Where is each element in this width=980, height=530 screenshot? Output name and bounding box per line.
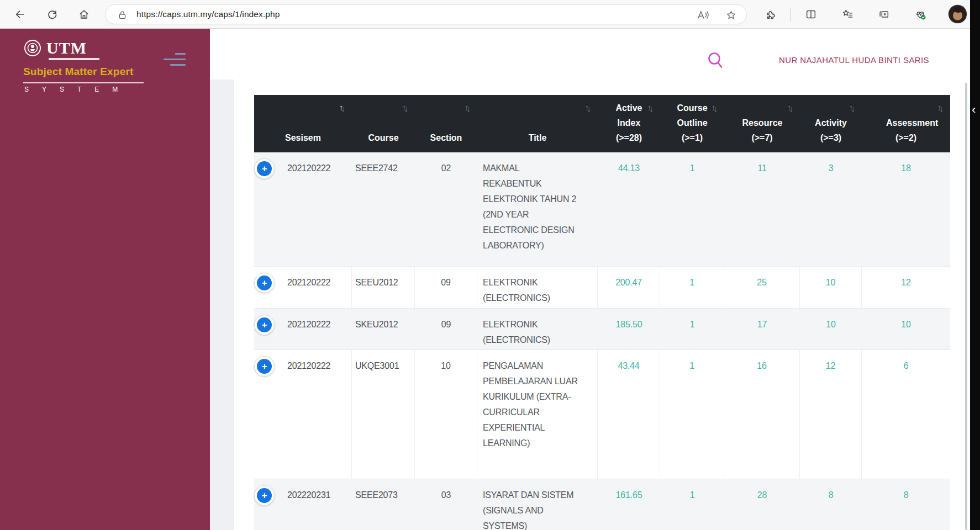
brand-system-word: SYSTEM <box>23 86 161 93</box>
column-header[interactable]: ↑↓ Section <box>415 95 477 152</box>
sort-icon[interactable]: ↑↓ <box>465 103 471 112</box>
cell-course: SKEU2012 <box>352 309 415 349</box>
table-header-row: ↑↓ Sesisem ↑↓ Course ↑↓ Section ↑↓ Title… <box>254 95 950 152</box>
cell-title: ELEKTRONIK (ELECTRONICS) <box>477 309 598 349</box>
cell-course-outline: 1 <box>660 479 724 530</box>
expand-row-button[interactable]: + <box>254 273 275 293</box>
column-header[interactable]: ↑↓ Title <box>477 95 598 152</box>
column-header-label: Course <box>368 130 398 145</box>
cell-active-index: 185.50 <box>598 309 660 349</box>
column-header[interactable]: ↑↓ Course Outline (>=1) <box>660 95 724 152</box>
menu-toggle[interactable] <box>164 52 186 68</box>
cell-section: 10 <box>415 350 477 479</box>
cell-resource: 25 <box>724 267 800 308</box>
sort-icon[interactable]: ↑↓ <box>712 103 718 112</box>
cell-assessment: 12 <box>862 267 950 308</box>
cell-course: SEEU2012 <box>352 267 415 308</box>
favorites-icon <box>841 8 854 20</box>
table-body: 202120222+ SEEE2742 02 MAKMAL REKABENTUK… <box>254 152 950 530</box>
sort-icon[interactable]: ↑↓ <box>339 103 345 112</box>
logo-divider <box>23 82 144 83</box>
column-header-label: Assessment (>=2) <box>886 115 926 145</box>
cell-assessment: 6 <box>862 350 950 479</box>
brand-text: UTM <box>46 39 87 57</box>
app-header: NUR NAJAHATUL HUDA BINTI SARIS <box>210 29 970 80</box>
content-card: ↑↓ Sesisem ↑↓ Course ↑↓ Section ↑↓ Title… <box>234 80 970 530</box>
url-text[interactable]: https://caps.utm.my/caps/1/index.php <box>136 9 280 19</box>
cell-section: 02 <box>415 152 477 266</box>
table-row: 202120222+ SEEE2742 02 MAKMAL REKABENTUK… <box>254 152 950 266</box>
browser-essentials-button[interactable] <box>911 6 929 23</box>
cell-active-index: 44.13 <box>598 152 660 266</box>
sort-icon[interactable]: ↑↓ <box>647 103 654 112</box>
expand-row-button[interactable]: + <box>254 158 275 179</box>
page-scrollbar[interactable] <box>965 83 967 530</box>
sort-icon[interactable]: ↑↓ <box>787 103 793 112</box>
split-screen-button[interactable] <box>802 6 820 23</box>
cell-section: 09 <box>415 309 477 349</box>
column-header[interactable]: ↑↓ Course <box>352 95 415 152</box>
table-row: 202120222+ SKEU2012 09 ELEKTRONIK (ELECT… <box>254 308 950 349</box>
cell-section: 03 <box>415 479 477 530</box>
column-header-label: Active Index (>=28) <box>609 100 649 145</box>
plus-icon: + <box>257 161 272 176</box>
read-aloud-icon <box>697 9 710 20</box>
column-header[interactable]: ↑↓ Active Index (>=28) <box>598 95 660 152</box>
expand-row-button[interactable]: + <box>254 356 275 377</box>
cell-assessment: 8 <box>862 479 950 530</box>
column-header[interactable]: ↑↓ Activity (>=3) <box>800 95 862 152</box>
extensions-button[interactable] <box>762 6 780 23</box>
refresh-button[interactable] <box>43 6 61 23</box>
cell-course: SEEE2073 <box>352 479 415 530</box>
cell-sesisem: 202120222+ <box>254 152 352 266</box>
cell-assessment: 18 <box>862 152 950 266</box>
cell-title: ISYARAT DAN SISTEM (SIGNALS AND SYSTEMS) <box>477 479 598 530</box>
refresh-icon <box>46 9 58 20</box>
cell-resource: 28 <box>724 479 800 530</box>
address-bar[interactable]: https://caps.utm.my/caps/1/index.php <box>105 4 747 24</box>
search-button[interactable] <box>706 51 726 73</box>
browser-essentials-icon <box>914 8 927 21</box>
cell-activity: 10 <box>800 267 862 308</box>
table-row: 202220231+ SEEE2073 03 ISYARAT DAN SISTE… <box>254 479 950 530</box>
logged-in-username[interactable]: NUR NAJAHATUL HUDA BINTI SARIS <box>779 55 929 65</box>
cell-resource: 16 <box>724 350 800 479</box>
star-icon <box>725 9 737 21</box>
home-button[interactable] <box>75 6 93 23</box>
lock-icon[interactable] <box>118 10 127 22</box>
collections-button[interactable] <box>875 6 893 23</box>
cell-title: PENGALAMAN PEMBELAJARAN LUAR KURIKULUM (… <box>477 350 598 479</box>
sort-icon[interactable]: ↑↓ <box>585 103 591 112</box>
browser-toolbar: https://caps.utm.my/caps/1/index.php <box>0 0 980 29</box>
column-header[interactable]: ↑↓ Sesisem <box>254 95 352 152</box>
collapse-panel-chevron-icon[interactable]: ‹ <box>972 104 976 116</box>
expand-row-button[interactable]: + <box>254 485 275 506</box>
cell-sesisem: 202220231+ <box>254 479 352 530</box>
column-header[interactable]: ↑↓ Assessment (>=2) <box>862 95 950 152</box>
extensions-icon <box>765 8 777 20</box>
cell-active-index: 200.47 <box>598 267 660 308</box>
sort-icon[interactable]: ↑↓ <box>849 103 855 112</box>
column-header-label: Activity (>=3) <box>811 115 851 145</box>
favorite-star-button[interactable] <box>723 8 739 22</box>
cell-assessment: 10 <box>862 309 950 349</box>
favorites-button[interactable] <box>839 6 856 23</box>
read-aloud-button[interactable] <box>696 8 711 22</box>
sidebar: UTM Subject Matter Expert SYSTEM <box>0 29 210 530</box>
column-header[interactable]: ↑↓ Resource (>=7) <box>724 95 800 152</box>
sort-icon[interactable]: ↑↓ <box>937 103 944 112</box>
cell-sesisem: 202120222+ <box>254 350 352 479</box>
back-button[interactable] <box>11 6 29 23</box>
sort-icon[interactable]: ↑↓ <box>402 103 408 112</box>
browser-window: https://caps.utm.my/caps/1/index.php <box>0 0 980 530</box>
cell-resource: 11 <box>724 152 800 266</box>
column-header-label: Resource (>=7) <box>742 115 782 145</box>
cell-title: ELEKTRONIK (ELECTRONICS) <box>477 267 598 308</box>
profile-avatar[interactable] <box>948 4 967 24</box>
cell-course-outline: 1 <box>660 152 724 266</box>
cell-course: SEEE2742 <box>352 152 415 266</box>
logo-caption-line <box>49 58 99 60</box>
home-icon <box>78 8 90 20</box>
content-gutter <box>210 80 234 530</box>
expand-row-button[interactable]: + <box>254 315 275 335</box>
